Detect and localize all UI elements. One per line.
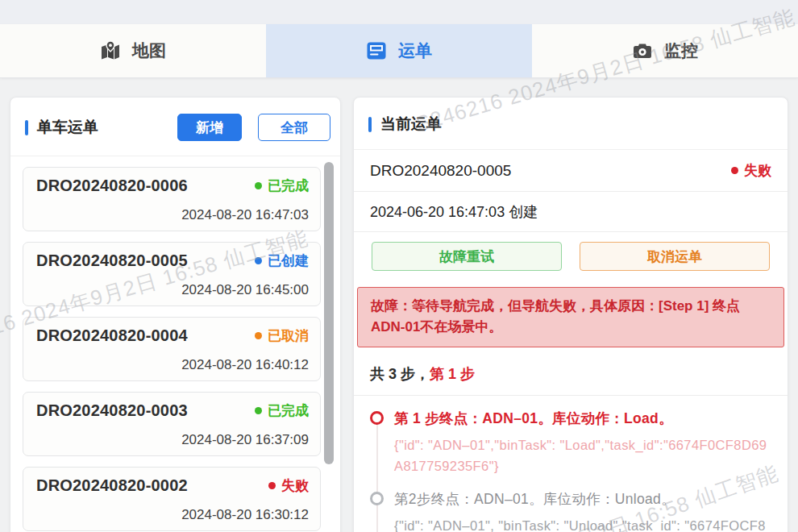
tab-map[interactable]: 地图 (0, 24, 266, 77)
step-json: {"id": "ADN–01", "binTask": "Unload","ta… (394, 515, 771, 532)
order-card-0006[interactable]: DRO20240820-0006 已完成 2024-08-20 16:47:03 (23, 167, 321, 231)
status-label: 已完成 (268, 177, 309, 195)
new-waybill-button[interactable]: 新增 (177, 114, 242, 141)
tab-waybill-label: 运单 (398, 39, 432, 62)
step-circle-current (370, 411, 384, 425)
main-content: 单车运单 新增 全部 DRO20240820-0006 已完成 2024-08-… (0, 79, 798, 532)
all-waybills-button[interactable]: 全部 (258, 114, 330, 141)
step-json: {"id": "ADN–01","binTask": "Load","task_… (394, 434, 771, 476)
step-progress: 共 3 步，第 1 步 (354, 352, 788, 396)
vehicle-waybill-panel: 单车运单 新增 全部 DRO20240820-0006 已完成 2024-08-… (10, 97, 341, 532)
step-label: 第 1 步终点：ADN–01。库位动作：Load。 (394, 409, 771, 428)
tab-monitor[interactable]: 监控 (532, 24, 798, 77)
step-label: 第2步终点：ADN–01。库位动作：Unload。 (394, 489, 771, 509)
camera-icon (632, 40, 653, 61)
order-card-0005[interactable]: DRO20240820-0005 已创建 2024-08-20 16:45:00 (23, 242, 321, 306)
order-list: DRO20240820-0006 已完成 2024-08-20 16:47:03… (10, 156, 340, 532)
current-order-status: 失败 (731, 161, 771, 180)
main-tab-bar: 地图 运单 监控 (0, 24, 798, 78)
order-time: 2024-08-20 16:40:12 (36, 357, 309, 373)
status-label: 失败 (281, 476, 309, 495)
created-time: 2024-06-20 16:47:03 创建 (370, 202, 538, 222)
current-order-id: DRO20240820-0005 (370, 162, 511, 180)
order-status: 已完成 (255, 177, 309, 195)
status-dot (731, 167, 738, 174)
order-status: 已完成 (255, 401, 309, 420)
created-time-row: 2024-06-20 16:47:03 创建 (354, 192, 788, 232)
step-item-2: 第2步终点：ADN–01。库位动作：Unload。 {"id": "ADN–01… (370, 489, 771, 532)
status-label: 失败 (744, 161, 771, 180)
order-card-0002[interactable]: DRO20240820-0002 失败 2024-08-20 16:30:12 (23, 467, 321, 531)
order-id: DRO20240820-0002 (36, 476, 188, 495)
step-circle-pending (370, 492, 384, 505)
list-scrollbar-thumb[interactable] (324, 162, 334, 464)
current-waybill-title: 当前运单 (380, 114, 442, 135)
order-id: DRO20240820-0005 (36, 251, 188, 270)
order-status: 失败 (268, 476, 309, 495)
tab-monitor-label: 监控 (664, 39, 698, 62)
order-card-0004[interactable]: DRO20240820-0004 已取消 2024-08-20 16:40:12 (23, 317, 321, 381)
vehicle-waybill-title: 单车运单 (37, 117, 98, 138)
current-order-row: DRO20240820-0005 失败 (354, 150, 788, 192)
status-dot (255, 257, 262, 264)
total-steps: 共 3 步， (370, 366, 430, 382)
status-dot (268, 482, 276, 489)
order-status: 已创建 (255, 251, 309, 270)
step-item-1: 第 1 步终点：ADN–01。库位动作：Load。 {"id": "ADN–01… (370, 409, 771, 476)
fault-alert: 故障：等待导航完成，但导航失败，具体原因：[Step 1] 终点ADN-01不在… (357, 287, 784, 347)
order-card-0003[interactable]: DRO20240820-0003 已完成 2024-08-20 16:37:09 (23, 392, 321, 456)
order-time: 2024-08-20 16:47:03 (36, 207, 309, 223)
order-id: DRO20240820-0006 (36, 177, 188, 195)
window-top-strip (0, 0, 798, 24)
tab-map-label: 地图 (132, 39, 166, 62)
vehicle-waybill-header: 单车运单 新增 全部 (10, 98, 340, 156)
title-accent-bar (25, 120, 28, 135)
tab-waybill[interactable]: 运单 (266, 24, 532, 77)
current-step: 第 1 步 (430, 366, 475, 382)
step-timeline: 第 1 步终点：ADN–01。库位动作：Load。 {"id": "ADN–01… (354, 396, 788, 532)
status-label: 已完成 (268, 401, 309, 420)
action-buttons: 故障重试 取消运单 (354, 232, 788, 281)
current-waybill-header: 当前运单 (354, 98, 788, 150)
status-dot (255, 182, 262, 189)
order-id: DRO20240820-0004 (36, 326, 188, 345)
order-time: 2024-08-20 16:37:09 (36, 432, 309, 448)
waybill-icon (366, 40, 387, 61)
cancel-waybill-button[interactable]: 取消运单 (580, 242, 770, 271)
order-time: 2024-08-20 16:30:12 (36, 507, 309, 523)
status-dot (255, 407, 262, 414)
order-status: 已取消 (255, 326, 309, 345)
map-icon (100, 40, 121, 61)
status-label: 已创建 (268, 251, 309, 270)
fault-retry-button[interactable]: 故障重试 (372, 242, 562, 271)
order-time: 2024-08-20 16:45:00 (36, 282, 309, 298)
status-dot (255, 332, 262, 339)
status-label: 已取消 (268, 326, 309, 345)
title-accent-bar (368, 117, 372, 132)
order-id: DRO20240820-0003 (36, 401, 188, 420)
current-waybill-panel: 当前运单 DRO20240820-0005 失败 2024-06-20 16:4… (353, 97, 788, 532)
